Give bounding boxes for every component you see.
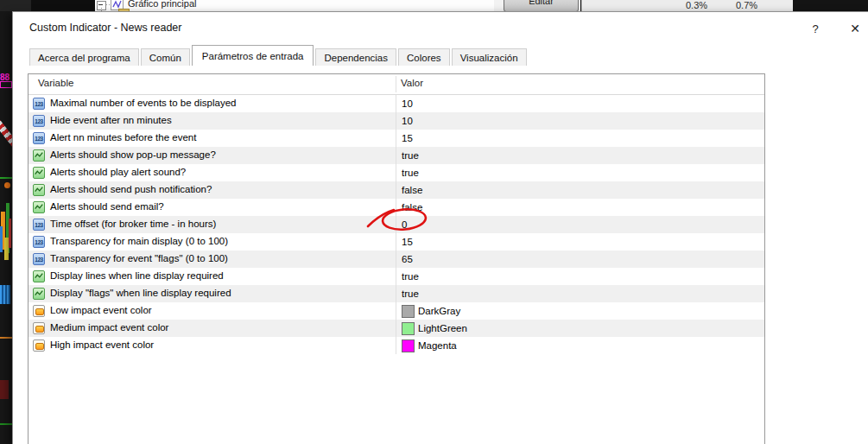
param-row[interactable]: Low impact event colorDarkGray (29, 302, 764, 320)
number-icon (33, 132, 45, 144)
param-label: Medium impact event color (50, 322, 168, 333)
chart-line-fragment (0, 337, 12, 339)
param-value-cell[interactable]: true (396, 147, 574, 164)
close-icon[interactable]: ✕ (844, 19, 866, 38)
color-icon (33, 322, 45, 334)
background-dark-panel (793, 0, 868, 11)
boolean-icon (33, 184, 45, 196)
chart-line-fragment (0, 177, 12, 179)
chart-line-fragment (0, 423, 12, 425)
param-value-cell[interactable]: false (396, 181, 574, 199)
column-divider (396, 76, 396, 92)
param-value: 0 (402, 219, 407, 230)
background-topbar: Gráfico principal Editar 0.3% 0.7% (0, 0, 868, 11)
color-swatch (402, 305, 415, 318)
param-label: Alerts should send push notification? (50, 184, 212, 194)
param-value-cell[interactable]: 0 (396, 216, 574, 233)
param-value-cell[interactable]: 65 (396, 251, 574, 268)
tab-par-metros-de-entrada[interactable]: Parámetros de entrada (192, 45, 314, 66)
param-row[interactable]: Transparency for event "flags" (0 to 100… (29, 251, 764, 268)
param-row[interactable]: Hide event after nn minutes10 (29, 112, 764, 130)
param-label: Transparency for event "flags" (0 to 100… (50, 253, 228, 263)
column-header-valor: Valor (401, 78, 423, 88)
color-swatch (402, 339, 415, 352)
chart-bar-fragment (9, 219, 11, 248)
tree-item-grafico-principal[interactable]: Gráfico principal (128, 0, 196, 9)
param-label: Alerts should show pop-up message? (50, 149, 216, 160)
param-value: Magenta (418, 340, 457, 351)
param-value: 15 (402, 237, 413, 247)
tab-dependencias[interactable]: Dependencias (315, 48, 396, 66)
color-swatch (402, 322, 415, 335)
param-label: Maximal number of events to be displayed (50, 98, 236, 108)
param-value-cell[interactable]: true (396, 285, 574, 302)
param-row[interactable]: Transparency for main display (0 to 100)… (29, 233, 764, 251)
param-row[interactable]: Maximal number of events to be displayed… (29, 95, 764, 112)
param-value: true (402, 150, 419, 161)
param-label: Hide event after nn minutes (50, 115, 172, 125)
param-value-cell[interactable]: true (396, 268, 574, 285)
param-value-cell[interactable]: 15 (396, 233, 574, 251)
param-row[interactable]: Alerts should send push notification?fal… (29, 181, 764, 199)
param-value: true (402, 271, 419, 282)
param-value-cell[interactable]: DarkGray (396, 302, 574, 320)
help-button[interactable]: ? (804, 19, 827, 38)
chart-bar-fragment (0, 226, 3, 252)
param-value: 10 (402, 98, 413, 109)
param-row[interactable]: Medium impact event colorLightGreen (29, 320, 764, 337)
param-row[interactable]: High impact event colorMagenta (29, 337, 764, 354)
param-label: High impact event color (50, 339, 154, 350)
chart-block-fragment (0, 380, 9, 399)
param-value-cell[interactable]: Magenta (396, 337, 574, 354)
boolean-icon (33, 201, 45, 213)
trend-line-fragment (0, 117, 12, 146)
param-value-cell[interactable]: 10 (396, 112, 574, 130)
tab-strip: Acerca del programaComúnParámetros de en… (29, 46, 529, 66)
background-dark-panel (0, 0, 31, 11)
param-value-cell[interactable]: true (396, 164, 574, 181)
parameters-table: Variable Valor Maximal number of events … (28, 73, 765, 444)
boolean-icon (33, 149, 45, 162)
column-header-variable: Variable (38, 78, 73, 88)
tab-acerca-del-programa[interactable]: Acerca del programa (29, 48, 139, 66)
param-row[interactable]: Alerts should send email?false (29, 199, 764, 216)
param-value: false (402, 202, 422, 212)
tab-visualizaci-n[interactable]: Visualización (452, 48, 527, 66)
param-row[interactable]: Display "flags" when line display requir… (29, 285, 764, 302)
color-icon (33, 305, 45, 317)
param-label: Display "flags" when line display requir… (50, 288, 231, 298)
tab-colores[interactable]: Colores (398, 48, 450, 66)
param-label: Transparency for main display (0 to 100) (50, 236, 228, 246)
param-value-cell[interactable]: LightGreen (396, 320, 574, 337)
param-value: true (402, 168, 419, 178)
edit-button[interactable]: Editar (504, 0, 579, 11)
custom-indicator-dialog: Custom Indicator - News reader ? ✕ Acerc… (12, 11, 868, 444)
number-icon (33, 236, 45, 248)
param-value-cell[interactable]: 15 (396, 130, 574, 147)
param-value: DarkGray (418, 306, 460, 316)
param-value: 15 (402, 133, 413, 143)
number-icon (33, 219, 45, 231)
param-row[interactable]: Alert nn minutes before the event15 (29, 130, 764, 147)
boolean-icon (33, 167, 45, 179)
param-row[interactable]: Alerts should show pop-up message?true (29, 147, 764, 164)
param-value-cell[interactable]: false (396, 199, 574, 216)
table-header-row: Variable Valor (29, 74, 764, 95)
percent-value: 0.3% (686, 0, 707, 10)
param-label: Alerts should send email? (50, 201, 164, 212)
param-label: Alert nn minutes before the event (50, 132, 196, 143)
param-label: Alerts should play alert sound? (50, 167, 186, 177)
param-value: true (402, 289, 419, 299)
dialog-titlebar[interactable]: Custom Indicator - News reader ? ✕ (13, 12, 868, 47)
param-row[interactable]: Display lines when line display required… (29, 268, 764, 285)
number-icon (33, 253, 45, 265)
table-body: Maximal number of events to be displayed… (29, 95, 764, 354)
boolean-icon (33, 270, 45, 282)
boolean-icon (33, 288, 45, 300)
chart-marker-fragment (4, 182, 10, 188)
tab-com-n[interactable]: Común (141, 48, 190, 66)
param-row[interactable]: Alerts should play alert sound?true (29, 164, 764, 181)
param-row[interactable]: Time offset (for broker time - in hours)… (29, 216, 764, 233)
param-value-cell[interactable]: 10 (396, 95, 574, 112)
price-label-box (0, 81, 12, 88)
